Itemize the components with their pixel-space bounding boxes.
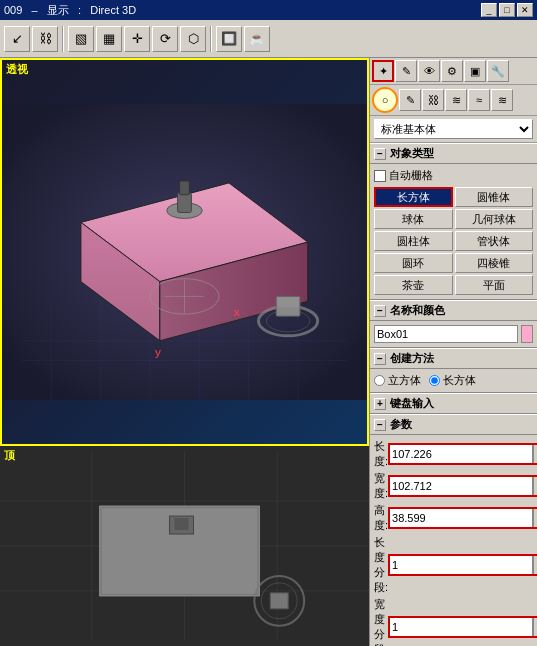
close-button[interactable]: ✕: [517, 3, 533, 17]
obj-btn-torus[interactable]: 圆环: [374, 253, 453, 273]
obj-btn-cylinder[interactable]: 圆柱体: [374, 231, 453, 251]
obj-btn-teapot[interactable]: 茶壶: [374, 275, 453, 295]
panel-modify-btn[interactable]: ✎: [395, 60, 417, 82]
right-panel: ✦ ✎ 👁 ⚙ ▣ 🔧 ○ ✎ ⛓ ≋ ≈ ≋ 标准基本体 扩展基本体: [369, 58, 537, 646]
toolbar-rotate-btn[interactable]: ⟳: [152, 26, 178, 52]
toolbar-link-btn[interactable]: ⛓: [32, 26, 58, 52]
param-spinner-length: ▲ ▼: [533, 445, 537, 463]
param-spin-down-width-seg[interactable]: ▼: [533, 627, 537, 636]
auto-grid-row: 自动栅格: [374, 168, 533, 183]
toolbar-material-btn[interactable]: 🔲: [216, 26, 242, 52]
panel-bind-btn[interactable]: ⛓: [422, 89, 444, 111]
auto-grid-label: 自动栅格: [389, 168, 433, 183]
param-input-height[interactable]: [390, 509, 533, 527]
panel-wave3-btn[interactable]: ≋: [491, 89, 513, 111]
param-row-length: 长度: ▲ ▼: [374, 439, 533, 469]
param-spin-down-length-seg[interactable]: ▼: [533, 565, 537, 574]
viewport-perspective[interactable]: 透视: [0, 58, 369, 446]
radio-box[interactable]: [429, 375, 440, 386]
toolbar-render-btn[interactable]: ☕: [244, 26, 270, 52]
param-spin-up-length[interactable]: ▲: [533, 445, 537, 454]
object-type-collapse-btn[interactable]: −: [374, 148, 386, 160]
toolbar-undo-btn[interactable]: ↙: [4, 26, 30, 52]
toolbar-sep1: [62, 26, 64, 52]
svg-text:y: y: [155, 345, 161, 359]
panel-wave2-btn[interactable]: ≈: [468, 89, 490, 111]
keyboard-input-expand-btn[interactable]: +: [374, 398, 386, 410]
toolbar-sep2: [210, 26, 212, 52]
auto-grid-checkbox[interactable]: [374, 170, 386, 182]
content-area: 透视: [0, 58, 537, 646]
viewport-top-view[interactable]: 顶: [0, 446, 369, 646]
param-input-wrap-length-seg: ▲ ▼: [388, 554, 537, 576]
creation-method-section: 立方体 长方体: [370, 369, 537, 393]
panel-wave1-btn[interactable]: ≋: [445, 89, 467, 111]
param-spin-up-width[interactable]: ▲: [533, 477, 537, 486]
keyboard-input-header[interactable]: + 键盘输入: [370, 393, 537, 414]
param-row-height: 高度: ▲ ▼: [374, 503, 533, 533]
radio-cube-text: 立方体: [388, 373, 421, 388]
toolbar-move-btn[interactable]: ✛: [124, 26, 150, 52]
param-spinner-width: ▲ ▼: [533, 477, 537, 495]
param-spinner-length-seg: ▲ ▼: [533, 556, 537, 574]
panel-display-btn[interactable]: ▣: [464, 60, 486, 82]
panel-hierarchy-btn[interactable]: 👁: [418, 60, 440, 82]
creation-method-header[interactable]: − 创建方法: [370, 348, 537, 369]
radio-cube[interactable]: [374, 375, 385, 386]
obj-btn-pyramid[interactable]: 四棱锥: [455, 253, 534, 273]
param-spin-up-width-seg[interactable]: ▲: [533, 618, 537, 627]
param-spin-down-length[interactable]: ▼: [533, 454, 537, 463]
toolbar-region-btn[interactable]: ▦: [96, 26, 122, 52]
viewport-bottom-scene: [0, 446, 369, 646]
parameters-header[interactable]: − 参数: [370, 414, 537, 435]
param-input-wrap-height: ▲ ▼: [388, 507, 537, 529]
obj-btn-tube[interactable]: 管状体: [455, 231, 534, 251]
obj-btn-geosphere[interactable]: 几何球体: [455, 209, 534, 229]
obj-btn-sphere[interactable]: 球体: [374, 209, 453, 229]
auto-grid-checkbox-label[interactable]: 自动栅格: [374, 168, 433, 183]
param-spin-down-height[interactable]: ▼: [533, 518, 537, 527]
object-type-section-header[interactable]: − 对象类型: [370, 143, 537, 164]
panel-motion-btn[interactable]: ⚙: [441, 60, 463, 82]
name-input[interactable]: [374, 325, 518, 343]
svg-rect-15: [178, 193, 192, 213]
param-row-width-seg: 宽度分段: ▲ ▼: [374, 597, 533, 646]
obj-btn-cone[interactable]: 圆锥体: [455, 187, 534, 207]
object-type-dropdown[interactable]: 标准基本体 扩展基本体: [374, 119, 533, 139]
param-label-length-seg: 长度分段:: [374, 535, 388, 595]
param-input-width-seg[interactable]: [390, 618, 533, 636]
name-color-collapse-btn[interactable]: −: [374, 305, 386, 317]
title-bar-buttons: _ □ ✕: [481, 3, 533, 17]
name-color-title: 名称和颜色: [390, 303, 445, 318]
parameters-collapse-btn[interactable]: −: [374, 419, 386, 431]
object-type-section: 自动栅格 长方体 圆锥体 球体 几何球体 圆柱体 管状体 圆环 四棱锥 茶壶 平…: [370, 164, 537, 300]
title-text: 009 – 显示 : Direct 3D: [4, 3, 481, 18]
minimize-button[interactable]: _: [481, 3, 497, 17]
panel-create-btn[interactable]: ✦: [372, 60, 394, 82]
color-swatch[interactable]: [521, 325, 533, 343]
toolbar-select-btn[interactable]: ▧: [68, 26, 94, 52]
panel-utility-btn[interactable]: 🔧: [487, 60, 509, 82]
param-spin-down-width[interactable]: ▼: [533, 486, 537, 495]
param-input-length-seg[interactable]: [390, 556, 533, 574]
param-spin-up-length-seg[interactable]: ▲: [533, 556, 537, 565]
obj-btn-box[interactable]: 长方体: [374, 187, 453, 207]
param-input-wrap-length: ▲ ▼: [388, 443, 537, 465]
creation-method-collapse-btn[interactable]: −: [374, 353, 386, 365]
toolbar-scale-btn[interactable]: ⬡: [180, 26, 206, 52]
maximize-button[interactable]: □: [499, 3, 515, 17]
name-row: [374, 325, 533, 343]
main-container: ↙ ⛓ ▧ ▦ ✛ ⟳ ⬡ 🔲 ☕ 透视: [0, 20, 537, 646]
name-section: [370, 321, 537, 348]
param-input-width[interactable]: [390, 477, 533, 495]
radio-cube-label[interactable]: 立方体: [374, 373, 421, 388]
name-color-section-header[interactable]: − 名称和颜色: [370, 300, 537, 321]
obj-btn-plane[interactable]: 平面: [455, 275, 534, 295]
panel-edit-btn[interactable]: ✎: [399, 89, 421, 111]
radio-box-label[interactable]: 长方体: [429, 373, 476, 388]
svg-rect-37: [270, 593, 288, 609]
panel-sphere-active-btn[interactable]: ○: [372, 87, 398, 113]
param-spin-up-height[interactable]: ▲: [533, 509, 537, 518]
creation-method-title: 创建方法: [390, 351, 434, 366]
param-input-length[interactable]: [390, 445, 533, 463]
